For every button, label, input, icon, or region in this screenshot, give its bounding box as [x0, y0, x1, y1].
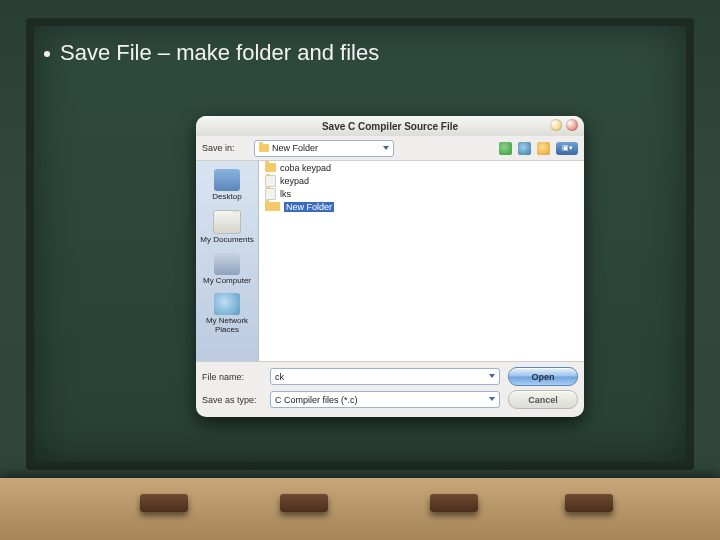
- list-item[interactable]: lks: [259, 187, 584, 200]
- type-dropdown[interactable]: C Compiler files (*.c): [270, 391, 500, 408]
- place-label: Desktop: [212, 193, 241, 202]
- savein-value: New Folder: [272, 143, 318, 153]
- savein-dropdown[interactable]: New Folder: [254, 140, 394, 157]
- dialog-footer: File name: ck Open Save as type: C Compi…: [196, 361, 584, 417]
- folder-icon: [265, 163, 276, 172]
- slide: Save File – make folder and files Save C…: [0, 0, 720, 540]
- place-network[interactable]: My Network Places: [196, 289, 258, 339]
- file-icon: [265, 188, 276, 200]
- dialog-title: Save C Compiler Source File: [322, 121, 458, 132]
- filename-field[interactable]: ck: [270, 368, 500, 385]
- filename-value: ck: [275, 372, 284, 382]
- list-item-selected[interactable]: New Folder: [259, 200, 584, 213]
- type-value: C Compiler files (*.c): [275, 395, 358, 405]
- network-icon: [214, 293, 240, 315]
- eraser-icon: [430, 494, 478, 512]
- dialog-toolbar: Save in: New Folder ▣▾: [196, 136, 584, 161]
- computer-icon: [214, 253, 240, 275]
- close-icon[interactable]: [566, 119, 578, 131]
- place-my-computer[interactable]: My Computer: [196, 249, 258, 290]
- place-label: My Network Places: [196, 317, 258, 335]
- eraser-icon: [140, 494, 188, 512]
- up-one-level-icon[interactable]: [518, 142, 531, 155]
- chevron-down-icon: [489, 397, 495, 401]
- item-name: lks: [280, 189, 291, 199]
- documents-icon: [213, 210, 241, 234]
- bullet-dot: [44, 51, 50, 57]
- file-list[interactable]: coba keypad keypad lks New Folder: [259, 161, 584, 361]
- new-folder-icon[interactable]: [537, 142, 550, 155]
- cancel-button[interactable]: Cancel: [508, 390, 578, 409]
- item-name: coba keypad: [280, 163, 331, 173]
- file-icon: [265, 175, 276, 187]
- chevron-down-icon: [489, 374, 495, 378]
- eraser-icon: [565, 494, 613, 512]
- open-button[interactable]: Open: [508, 367, 578, 386]
- slide-bullet: Save File – make folder and files: [44, 40, 379, 66]
- minimize-icon[interactable]: [550, 119, 562, 131]
- view-menu-button[interactable]: ▣▾: [556, 142, 578, 155]
- chevron-down-icon: [383, 146, 389, 150]
- savein-label: Save in:: [202, 143, 254, 153]
- type-label: Save as type:: [202, 395, 262, 405]
- place-desktop[interactable]: Desktop: [196, 165, 258, 206]
- place-label: My Computer: [203, 277, 251, 286]
- toolbar-icons: ▣▾: [499, 142, 578, 155]
- places-sidebar: Desktop My Documents My Computer My Netw…: [196, 161, 259, 361]
- back-icon[interactable]: [499, 142, 512, 155]
- open-button-label: Open: [531, 372, 554, 382]
- list-item[interactable]: coba keypad: [259, 161, 584, 174]
- item-name: keypad: [280, 176, 309, 186]
- desktop-icon: [214, 169, 240, 191]
- bullet-text: Save File – make folder and files: [60, 40, 379, 65]
- list-item[interactable]: keypad: [259, 174, 584, 187]
- eraser-icon: [280, 494, 328, 512]
- filename-label: File name:: [202, 372, 262, 382]
- save-file-dialog: Save C Compiler Source File Save in: New…: [196, 116, 584, 417]
- cancel-button-label: Cancel: [528, 395, 558, 405]
- folder-icon: [265, 202, 280, 211]
- folder-icon: [259, 144, 269, 152]
- place-label: My Documents: [200, 236, 253, 245]
- place-my-documents[interactable]: My Documents: [196, 206, 258, 249]
- dialog-body: Desktop My Documents My Computer My Netw…: [196, 161, 584, 361]
- window-buttons: [550, 119, 578, 131]
- item-name: New Folder: [284, 202, 334, 212]
- dialog-titlebar[interactable]: Save C Compiler Source File: [196, 116, 584, 136]
